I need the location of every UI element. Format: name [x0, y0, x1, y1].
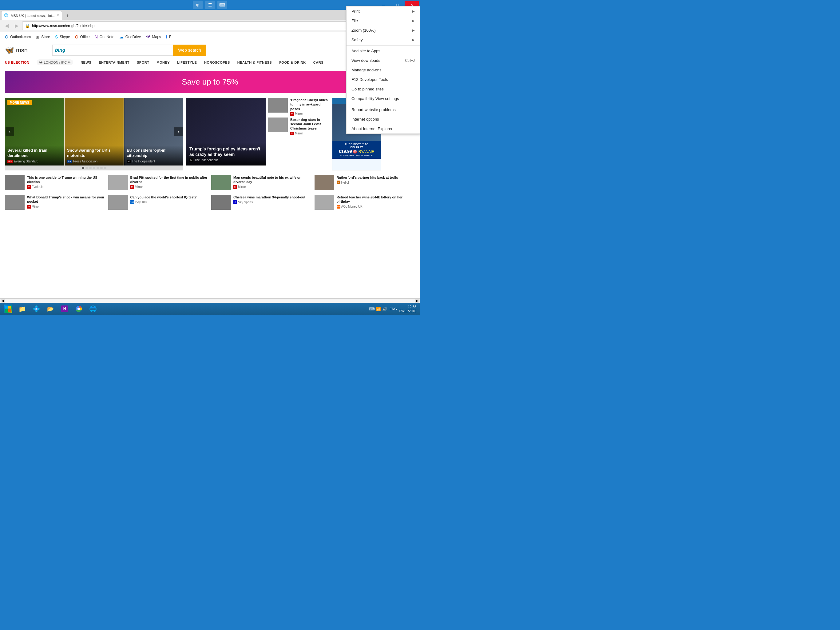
taskbar-ie[interactable]: 🌐: [86, 304, 99, 314]
dot-0[interactable]: [82, 167, 84, 169]
menu-item-add-site[interactable]: Add site to Apps: [346, 46, 420, 56]
nav-us-election[interactable]: US ELECTION: [5, 60, 29, 64]
scroll-right-button[interactable]: ▶: [415, 299, 419, 303]
small-thumb-0: [5, 175, 25, 190]
nav-sport[interactable]: SPORT: [137, 60, 149, 64]
clock[interactable]: 12:55 09/11/2016: [399, 304, 416, 313]
taskbar-chrome[interactable]: [72, 304, 85, 314]
small-news-5[interactable]: Can you ace the world's shortest IQ test…: [108, 195, 209, 210]
zoom-icon[interactable]: ⊕: [193, 1, 203, 9]
fav-maps[interactable]: 🗺 Maps: [146, 35, 161, 40]
menu-item-compat-view[interactable]: Compatibility View settings: [346, 94, 420, 103]
small-news-6[interactable]: Chelsea wins marathon 34-penalty shoot-o…: [211, 195, 312, 210]
small-news-2[interactable]: Man sends beautiful note to his ex-wife …: [211, 175, 312, 190]
small-source-icon-1: M: [130, 185, 134, 189]
skype-icon: S: [55, 35, 58, 40]
small-thumb-6: [211, 195, 231, 210]
fav-outlook[interactable]: O Outlook.com: [5, 35, 31, 40]
nav-health[interactable]: HEALTH & FITNESS: [237, 60, 272, 64]
keyboard-icon[interactable]: ⌨: [217, 1, 227, 9]
carousel-prev-button[interactable]: ‹: [6, 127, 14, 136]
small-text-5: Can you ace the world's shortest IQ test…: [130, 195, 209, 204]
location-pill[interactable]: 🌦 LONDON / 8°C ✏: [36, 59, 73, 65]
small-news-3[interactable]: Rutherford's partner hits back at trolls…: [314, 175, 415, 190]
onenote-task-icon: N: [61, 306, 68, 312]
menu-item-f12[interactable]: F12 Developer Tools: [346, 75, 420, 84]
dot-2[interactable]: [89, 167, 92, 169]
small-text-0: This is one upside to Trump winning the …: [27, 175, 106, 189]
keyboard-layout-icon[interactable]: ⌨: [369, 307, 375, 311]
svg-rect-1: [8, 306, 11, 309]
fav-skype[interactable]: S Skype: [55, 35, 70, 40]
carousel-item-1[interactable]: Snow warning for UK's motorists PA Press…: [65, 98, 123, 166]
menu-item-internet-options[interactable]: Internet options: [346, 114, 420, 124]
fav-onedrive[interactable]: ☁ OneDrive: [119, 35, 141, 40]
taskbar-onenote-task[interactable]: N: [58, 304, 71, 314]
tab-close-button[interactable]: ✕: [57, 14, 59, 17]
nav-lifestyle[interactable]: LIFESTYLE: [177, 60, 197, 64]
carousel-next-button[interactable]: ›: [174, 127, 183, 136]
nav-news[interactable]: NEWS: [81, 60, 91, 64]
fav-onenote[interactable]: N OneNote: [95, 35, 114, 40]
dot-3[interactable]: [93, 167, 95, 169]
address-input[interactable]: [32, 24, 371, 28]
nav-food[interactable]: FOOD & DRINK: [279, 60, 306, 64]
small-thumb-3: [314, 175, 334, 190]
ad-text: Save up to 75%: [182, 77, 238, 87]
menu-icon[interactable]: ☰: [205, 1, 215, 9]
fav-store[interactable]: ⊞ Store: [36, 35, 50, 40]
scroll-left-button[interactable]: ◀: [1, 299, 5, 303]
fav-office[interactable]: O Office: [75, 35, 90, 40]
fav-facebook[interactable]: f F: [166, 35, 171, 40]
new-tab-button[interactable]: +: [63, 12, 72, 20]
carousel-source-2: M The Independent: [127, 160, 181, 163]
back-button[interactable]: ◀: [2, 22, 11, 30]
volume-icon[interactable]: 🔊: [382, 307, 387, 311]
side-news-item-1[interactable]: Boxer dog stars in second John Lewis Chr…: [268, 117, 330, 135]
dot-1[interactable]: [85, 167, 88, 169]
search-area: bing Web search: [52, 44, 206, 56]
menu-item-print[interactable]: Print ▶: [346, 6, 420, 16]
nav-entertainment[interactable]: ENTERTAINMENT: [99, 60, 129, 64]
nav-cars[interactable]: CARS: [313, 60, 324, 64]
menu-item-manage-addons[interactable]: Manage add-ons: [346, 65, 420, 75]
small-source-icon-7: aol: [337, 205, 340, 209]
menu-item-pinned-sites[interactable]: Go to pinned sites: [346, 84, 420, 94]
small-thumb-5: [108, 195, 128, 210]
menu-item-zoom[interactable]: Zoom (100%) ▶: [346, 25, 420, 35]
source-badge-0: RS: [7, 160, 13, 163]
nav-money[interactable]: MONEY: [156, 60, 170, 64]
address-bar[interactable]: 🔒 ↺: [22, 22, 382, 30]
menu-item-report-problems[interactable]: Report website problems: [346, 105, 420, 114]
menu-item-about-ie[interactable]: About Internet Explorer: [346, 124, 420, 133]
featured-article[interactable]: Trump's foreign policy ideas aren't as c…: [186, 98, 266, 166]
menu-arrow-file: ▶: [412, 19, 415, 22]
menu-item-file[interactable]: File ▶: [346, 16, 420, 25]
menu-item-view-downloads[interactable]: View downloads Ctrl+J: [346, 56, 420, 65]
right-ad-cta[interactable]: FLY DIRECTLY TOBELFAST £19.99 🎯 RYANAIR …: [332, 141, 381, 159]
menu-item-safety[interactable]: Safety ▶: [346, 35, 420, 44]
search-input[interactable]: [68, 47, 173, 52]
dot-6[interactable]: [104, 167, 106, 169]
taskbar-powershell[interactable]: 💠: [30, 304, 43, 314]
start-button[interactable]: [1, 304, 15, 314]
dot-4[interactable]: [96, 167, 99, 169]
small-news-1[interactable]: Brad Pitt spotted for the first time in …: [108, 175, 209, 190]
powershell-icon: 💠: [33, 305, 40, 313]
small-news-4[interactable]: What Donald Trump's shock win means for …: [5, 195, 106, 210]
small-news-7[interactable]: Retired teacher wins £844k lottery on he…: [314, 195, 415, 210]
shortcut-downloads: Ctrl+J: [405, 59, 415, 63]
forward-button[interactable]: ▶: [12, 22, 21, 30]
small-source-4: M Mirror: [27, 205, 106, 209]
web-search-button[interactable]: Web search: [173, 44, 206, 56]
side-news-item-0[interactable]: 'Pregnant' Cheryl hides tummy in awkward…: [268, 98, 330, 116]
nav-horoscopes[interactable]: HOROSCOPES: [204, 60, 230, 64]
tab-active[interactable]: 🌐 MSN UK | Latest news, Hot... ✕: [1, 11, 62, 20]
taskbar-file-explorer[interactable]: 📁: [15, 304, 29, 314]
dot-5[interactable]: [100, 167, 103, 169]
small-news-0[interactable]: This is one upside to Trump winning the …: [5, 175, 106, 190]
network-icon[interactable]: 📶: [376, 307, 381, 311]
taskbar-folder[interactable]: 📂: [44, 304, 57, 314]
horizontal-scrollbar[interactable]: ◀ ▶: [0, 298, 420, 303]
search-wrapper[interactable]: bing: [52, 44, 174, 56]
